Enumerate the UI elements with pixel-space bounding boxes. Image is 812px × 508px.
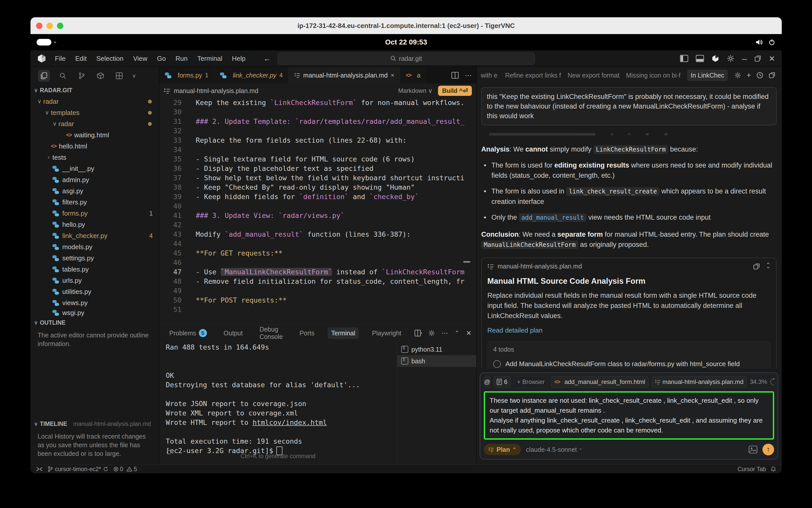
timeline-header[interactable]: ∨TIMELINEmanual-html-analysis.plan.md — [31, 418, 159, 429]
problems-status[interactable]: 0 5 — [114, 466, 137, 473]
chat-tab-2[interactable]: New export format — [568, 72, 619, 79]
breadcrumb-file[interactable]: manual-html-analysis.plan.md — [174, 87, 258, 95]
todo-item[interactable]: Add ManualLinkCheckResultForm class to r… — [493, 359, 765, 369]
context-chip-html-file[interactable]: <>add_manual_result_form.html — [551, 376, 648, 388]
menu-run[interactable]: Run — [175, 55, 187, 62]
tree-item-hello-py[interactable]: hello.py — [31, 219, 159, 230]
tree-item-admin-py[interactable]: admin.py — [31, 174, 159, 185]
chat-history-icon[interactable] — [757, 72, 763, 79]
terminal-output[interactable]: Ran 488 tests in 164.649s OK Destroying … — [159, 341, 397, 465]
minimize-icon[interactable]: – — [742, 54, 747, 64]
tree-item-models-py[interactable]: models.py — [31, 241, 159, 252]
nav-back-icon[interactable]: ← — [263, 54, 271, 63]
chat-tab-1[interactable]: Refine export links f — [505, 72, 561, 79]
attached-docs-badge[interactable]: 6 — [494, 376, 511, 388]
cursor-tab-status[interactable]: Cursor Tab — [737, 466, 766, 473]
git-branch-status[interactable]: cursor-timon-ec2* — [48, 466, 108, 473]
chat-conversation[interactable]: this "Keep the existing LinkCheckResultF… — [477, 84, 782, 369]
menu-help[interactable]: Help — [232, 55, 245, 62]
panel-maximize-chevron-icon[interactable]: ⌃ — [455, 330, 459, 336]
chat-tab-3[interactable]: Missing icon on bi-f — [626, 72, 681, 79]
tab-more-actions-icon[interactable]: ⋯ — [465, 71, 472, 80]
chat-settings-gear-icon[interactable] — [734, 72, 741, 79]
tree-item-views-py[interactable]: views.py — [31, 297, 159, 308]
chat-tab-active[interactable]: In LinkChec — [687, 70, 728, 81]
split-terminal-icon[interactable] — [415, 330, 422, 336]
tree-item-utilities-py[interactable]: utilities.py — [31, 286, 159, 297]
terminal-instance-python[interactable]: python3.11 — [397, 343, 476, 355]
tree-item-link-checker-py[interactable]: link_checker.py4 — [31, 230, 159, 241]
panel-more-icon[interactable]: ⋯ — [441, 329, 448, 337]
duplicate-chat-icon[interactable] — [769, 72, 775, 79]
tree-item-urls-py[interactable]: urls.py — [31, 275, 159, 286]
chat-tab-0[interactable]: with e — [481, 72, 499, 79]
chat-more-icon[interactable]: ⋯ — [781, 72, 782, 79]
menu-terminal[interactable]: Terminal — [197, 55, 222, 62]
settings-gear-icon[interactable] — [727, 55, 734, 62]
tree-item-folder-templates[interactable]: ∨templates — [31, 107, 159, 118]
menu-go[interactable]: Go — [157, 55, 166, 62]
mode-select-plan[interactable]: Plan⌃ — [484, 444, 521, 455]
source-control-icon[interactable] — [76, 70, 87, 82]
editor-code-area[interactable]: 29Keep the existing `LinkCheckResultForm… — [159, 98, 476, 325]
expand-plan-icon[interactable]: ⌃⌄ — [766, 263, 771, 270]
tree-item-hello-html[interactable]: <>hello.html — [31, 140, 159, 152]
tree-item-wsgi-py[interactable]: wsgi.py — [31, 308, 159, 317]
attach-image-icon[interactable] — [749, 446, 757, 453]
extensions-icon[interactable] — [95, 70, 106, 82]
tab-link-checker-py[interactable]: link_checker.py4 — [214, 67, 289, 84]
terminal-instance-bash[interactable]: bash — [397, 355, 476, 367]
tree-item-folder-radar[interactable]: ∨radar — [31, 96, 159, 107]
tree-item-settings-py[interactable]: settings.py — [31, 252, 159, 264]
tab-playwright[interactable]: Playwright — [369, 328, 405, 339]
restore-icon[interactable] — [755, 55, 761, 62]
read-detailed-plan-link[interactable]: Read detailed plan — [487, 327, 771, 334]
tree-item-init-py[interactable]: __init__.py — [31, 163, 159, 174]
plan-file-name[interactable]: manual-html-analysis.plan.md — [498, 263, 582, 270]
add-browser-chip[interactable]: + Browser — [514, 376, 548, 388]
tree-item-forms-py[interactable]: forms.py1 — [31, 208, 159, 219]
close-icon[interactable]: ✕ — [769, 54, 775, 63]
more-views-chevron-icon[interactable]: ∨ — [132, 73, 136, 79]
tab-terminal[interactable]: Terminal — [328, 328, 359, 339]
tab-debug-console[interactable]: Debug Console — [256, 324, 287, 342]
copy-plan-icon[interactable] — [753, 263, 760, 270]
outline-header[interactable]: ∨OUTLINE — [31, 317, 159, 328]
chat-composer[interactable]: @ 6 + Browser <>add_manual_result_form.h… — [480, 373, 778, 459]
language-mode-select[interactable]: Markdown ∨ — [398, 87, 432, 94]
tree-item-filters-py[interactable]: filters.py — [31, 197, 159, 208]
toggle-panel-icon[interactable] — [696, 55, 704, 62]
mention-button[interactable]: @ — [484, 376, 490, 388]
layout-grid-icon[interactable] — [114, 70, 125, 82]
todo-checkbox-icon[interactable] — [493, 360, 501, 368]
menu-selection[interactable]: Selection — [96, 55, 124, 62]
menu-edit[interactable]: Edit — [75, 55, 87, 62]
terminal-settings-gear-icon[interactable] — [428, 330, 435, 336]
tab-output[interactable]: Output — [220, 328, 246, 339]
search-view-icon[interactable] — [57, 70, 69, 82]
split-editor-icon[interactable] — [452, 72, 459, 79]
coverage-report-link[interactable]: htmlcov/index.html — [252, 419, 327, 426]
panel-close-icon[interactable]: ✕ — [466, 329, 472, 337]
tab-partial-html[interactable]: <>a — [400, 67, 426, 84]
tree-item-asgi-py[interactable]: asgi.py — [31, 185, 159, 197]
menu-view[interactable]: View — [133, 55, 147, 62]
tree-root-header[interactable]: ∨RADAR.GIT — [31, 85, 159, 96]
tree-item-waiting-html[interactable]: <>waiting.html — [31, 129, 159, 140]
tab-problems[interactable]: Problems5 — [166, 327, 211, 339]
build-button[interactable]: Build ^⏎ — [438, 86, 472, 96]
send-button[interactable]: ↑ — [762, 444, 774, 455]
tab-ports[interactable]: Ports — [296, 328, 318, 339]
menu-file[interactable]: File — [55, 55, 66, 62]
context-chip-plan-file[interactable]: manual-html-analysis.plan.md — [652, 376, 747, 388]
remote-indicator-icon[interactable] — [36, 466, 43, 472]
explorer-view-icon[interactable] — [38, 70, 50, 82]
tree-item-tables-py[interactable]: tables.py — [31, 264, 159, 275]
new-chat-icon[interactable]: + — [747, 71, 751, 80]
close-tab-icon[interactable]: × — [391, 72, 394, 79]
command-search-input[interactable]: radar.git — [277, 52, 535, 65]
toggle-sidebar-icon[interactable] — [680, 55, 688, 62]
tab-plan-md[interactable]: manual-html-analysis.plan.md× — [289, 67, 400, 84]
message-input[interactable]: These two instance are not used: link_ch… — [484, 391, 774, 439]
cursor-ai-icon[interactable] — [712, 55, 719, 62]
